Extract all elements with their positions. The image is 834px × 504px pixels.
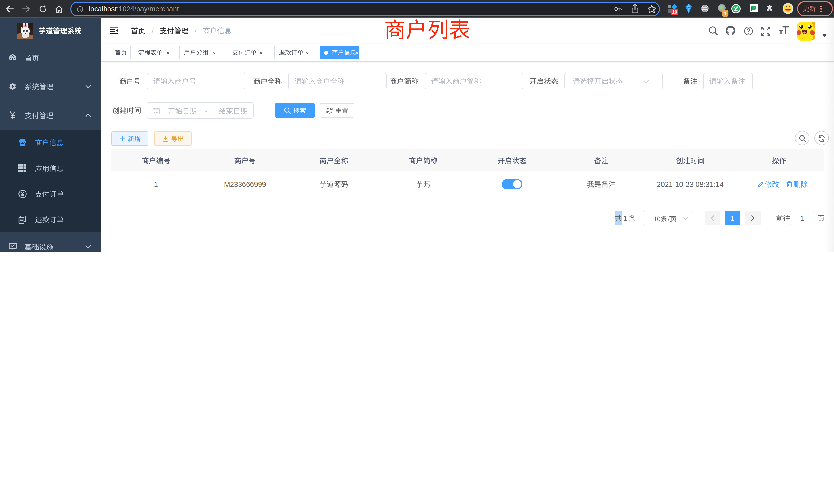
svg-text:10: 10 <box>672 9 677 15</box>
svg-text:1: 1 <box>724 10 726 16</box>
